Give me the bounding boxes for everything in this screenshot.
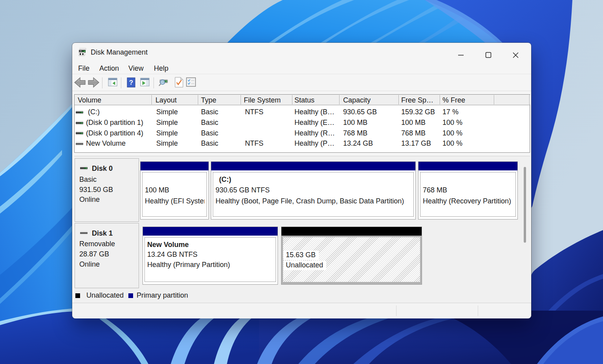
- svg-text:?: ?: [129, 79, 133, 86]
